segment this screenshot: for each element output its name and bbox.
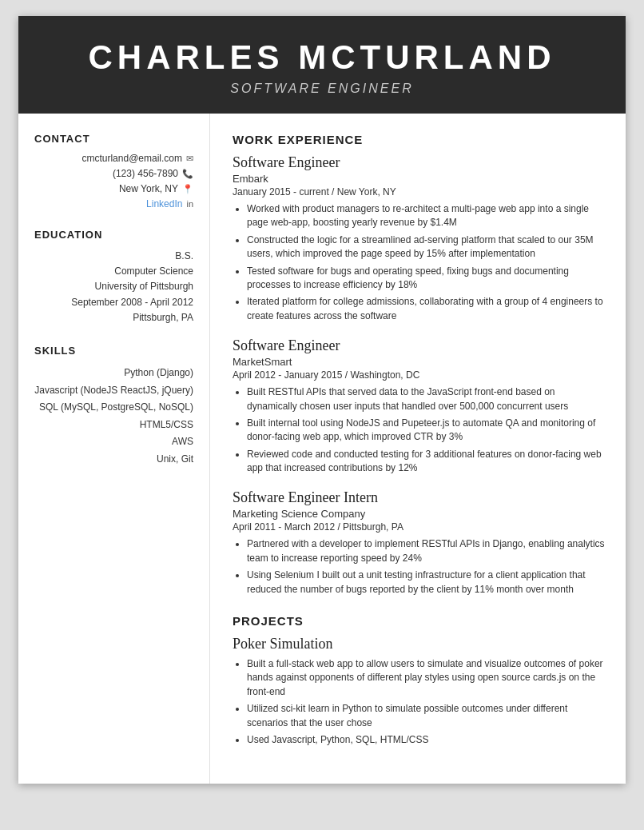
location-row: New York, NY 📍 (34, 183, 193, 194)
education-details: B.S. Computer Science University of Pitt… (34, 249, 193, 325)
project-title: Poker Simulation (233, 636, 606, 652)
bullet-item: Iterated platform for college admissions… (247, 295, 606, 323)
skill-item: AWS (34, 433, 193, 451)
location-icon: 📍 (182, 184, 193, 194)
skill-item: SQL (MySQL, PostgreSQL, NoSQL) (34, 399, 193, 417)
bullet-item: Worked with product managers to re-archi… (247, 202, 606, 230)
education-dates: September 2008 - April 2012 (34, 295, 193, 310)
resume-header: CHARLES MCTURLAND SOFTWARE ENGINEER (18, 16, 626, 114)
phone-icon: 📞 (182, 169, 193, 179)
job-period: April 2011 - March 2012 / Pittsburgh, PA (233, 521, 606, 533)
job-company: Embark (233, 173, 606, 185)
skill-item: HTML5/CSS (34, 417, 193, 434)
job-title: Software Engineer Intern (233, 489, 606, 506)
resume-body: CONTACT cmcturland@email.com ✉ (123) 456… (18, 114, 626, 784)
skill-item: Python (Django) (34, 365, 193, 382)
skills-section: SKILLS Python (Django)Javascript (NodeJS… (34, 345, 193, 469)
projects-heading: PROJECTS (233, 614, 606, 628)
job-bullets: Partnered with a developer to implement … (233, 537, 606, 597)
phone-text: (123) 456-7890 (113, 168, 178, 179)
project-entry: Poker SimulationBuilt a full-stack web a… (233, 636, 606, 747)
skill-item: Javascript (NodeJS ReactJS, jQuery) (34, 382, 193, 400)
field-of-study: Computer Science (34, 264, 193, 279)
bullet-item: Built a full-stack web app to allow user… (247, 657, 606, 699)
location-text: New York, NY (119, 183, 178, 194)
work-experience-section: WORK EXPERIENCE Software EngineerEmbarkJ… (233, 133, 606, 597)
skills-heading: SKILLS (34, 345, 193, 357)
sidebar: CONTACT cmcturland@email.com ✉ (123) 456… (18, 114, 210, 784)
job-entry: Software Engineer InternMarketing Scienc… (233, 489, 606, 597)
bullet-item: Tested software for bugs and operating s… (247, 265, 606, 293)
main-content: WORK EXPERIENCE Software EngineerEmbarkJ… (210, 114, 626, 784)
job-period: January 2015 - current / New York, NY (233, 186, 606, 198)
skills-list: Python (Django)Javascript (NodeJS ReactJ… (34, 365, 193, 469)
bullet-item: Constructed the logic for a streamlined … (247, 233, 606, 261)
linkedin-link[interactable]: LinkedIn (146, 198, 182, 209)
email-icon: ✉ (186, 154, 193, 164)
education-section: EDUCATION B.S. Computer Science Universi… (34, 229, 193, 325)
linkedin-row[interactable]: LinkedIn in (34, 198, 193, 209)
bullet-item: Built internal tool using NodeJS and Pup… (247, 417, 606, 445)
projects-container: Poker SimulationBuilt a full-stack web a… (233, 636, 606, 747)
resume-container: CHARLES MCTURLAND SOFTWARE ENGINEER CONT… (18, 16, 626, 784)
education-city: Pittsburgh, PA (34, 310, 193, 325)
education-heading: EDUCATION (34, 229, 193, 241)
project-bullets: Built a full-stack web app to allow user… (233, 657, 606, 747)
phone-row: (123) 456-7890 📞 (34, 168, 193, 179)
email-text: cmcturland@email.com (81, 153, 182, 164)
job-title: Software Engineer (233, 154, 606, 171)
email-row: cmcturland@email.com ✉ (34, 153, 193, 164)
job-company: Marketing Science Company (233, 508, 606, 520)
projects-section: PROJECTS Poker SimulationBuilt a full-st… (233, 614, 606, 747)
jobs-container: Software EngineerEmbarkJanuary 2015 - cu… (233, 154, 606, 597)
candidate-title: SOFTWARE ENGINEER (34, 82, 610, 96)
bullet-item: Partnered with a developer to implement … (247, 537, 606, 565)
job-bullets: Worked with product managers to re-archi… (233, 202, 606, 323)
bullet-item: Utilized sci-kit learn in Python to simu… (247, 702, 606, 730)
job-company: MarketSmart (233, 356, 606, 368)
school-name: University of Pittsburgh (34, 279, 193, 294)
job-period: April 2012 - January 2015 / Washington, … (233, 369, 606, 381)
degree: B.S. (34, 249, 193, 264)
bullet-item: Reviewed code and conducted testing for … (247, 448, 606, 476)
job-bullets: Built RESTful APIs that served data to t… (233, 385, 606, 475)
bullet-item: Using Selenium I built out a unit testin… (247, 569, 606, 597)
linkedin-icon: in (186, 199, 193, 209)
job-title: Software Engineer (233, 337, 606, 354)
bullet-item: Used Javascript, Python, SQL, HTML/CSS (247, 733, 606, 747)
skill-item: Unix, Git (34, 451, 193, 469)
contact-section: CONTACT cmcturland@email.com ✉ (123) 456… (34, 133, 193, 209)
contact-heading: CONTACT (34, 133, 193, 145)
job-entry: Software EngineerEmbarkJanuary 2015 - cu… (233, 154, 606, 323)
work-experience-heading: WORK EXPERIENCE (233, 133, 606, 146)
bullet-item: Built RESTful APIs that served data to t… (247, 385, 606, 413)
candidate-name: CHARLES MCTURLAND (34, 38, 610, 77)
job-entry: Software EngineerMarketSmartApril 2012 -… (233, 337, 606, 475)
